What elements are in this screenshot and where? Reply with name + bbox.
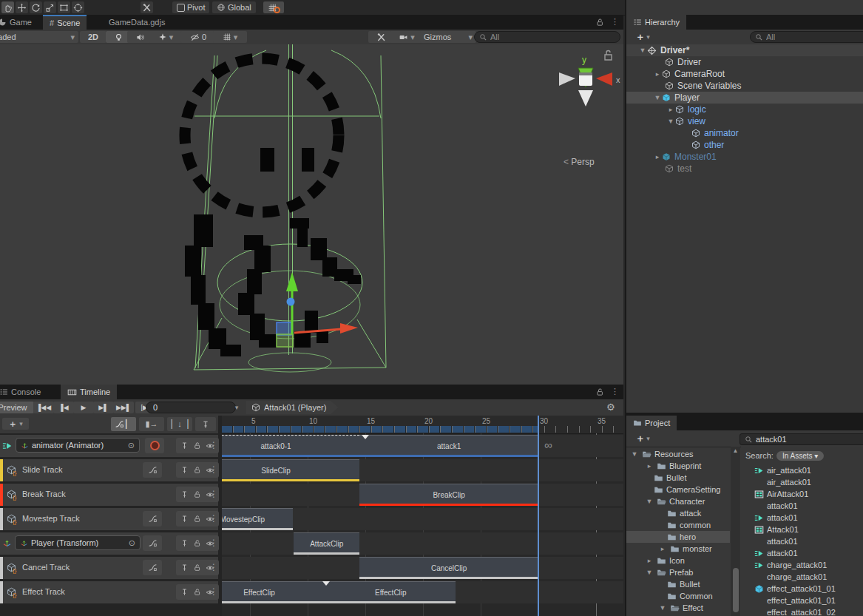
pin-icon[interactable] xyxy=(180,515,189,523)
foldout-arrow[interactable]: ▸ xyxy=(658,545,667,552)
result-row[interactable]: attack01 xyxy=(767,500,798,512)
foldout-arrow[interactable]: ▸ xyxy=(645,557,654,564)
goto-end-button[interactable]: ▶▶▌ xyxy=(113,402,134,413)
lock-icon[interactable] xyxy=(193,466,201,474)
scale-tool-button[interactable] xyxy=(44,1,56,13)
add-track-button[interactable]: ＋▾ xyxy=(2,418,29,430)
pivot-toggle-button[interactable]: Pivot xyxy=(172,1,209,13)
record-button[interactable] xyxy=(145,438,164,453)
lock-icon[interactable] xyxy=(193,539,201,547)
move-tool-button[interactable] xyxy=(16,1,28,13)
hand-tool-button[interactable] xyxy=(1,1,14,13)
foldout-arrow[interactable]: ▼ xyxy=(645,569,654,576)
foldout-arrow[interactable]: ▸ xyxy=(645,462,654,470)
object-picker-icon[interactable]: ⊙ xyxy=(128,441,135,450)
track-menu-icon[interactable]: ⋮ xyxy=(209,586,218,597)
transform-tool-button[interactable] xyxy=(72,1,84,13)
pin-icon[interactable] xyxy=(180,441,189,450)
clip-attack0-1[interactable]: attack0-1 xyxy=(222,435,359,457)
pin-icon[interactable] xyxy=(180,466,189,474)
result-row[interactable]: attack01 xyxy=(754,512,798,524)
scene-viewport[interactable]: y x < Persp xyxy=(0,44,623,385)
scrollbar-thumb[interactable] xyxy=(733,568,739,612)
result-row[interactable]: charge_attack01 xyxy=(754,559,827,571)
foldout-arrow[interactable]: ▸ xyxy=(653,153,662,160)
clip-slideclip[interactable]: SlideClip xyxy=(222,459,359,481)
hierarchy-item-logic[interactable]: ▸ logic xyxy=(626,104,863,115)
folder-common[interactable]: common xyxy=(667,519,711,531)
result-row[interactable]: air_attack01 xyxy=(754,464,811,476)
hierarchy-item-driver-scene[interactable]: ▼ Driver* xyxy=(626,44,863,56)
clip-boundary-marker[interactable] xyxy=(362,435,369,439)
hierarchy-item-other[interactable]: other xyxy=(626,139,863,151)
lock-icon[interactable] xyxy=(193,490,201,498)
tab-hierarchy[interactable]: Hierarchy xyxy=(626,15,686,30)
foldout-arrow[interactable]: ▼ xyxy=(638,47,647,54)
tab-console[interactable]: Console xyxy=(0,385,47,399)
scene-search-field[interactable] xyxy=(474,31,620,43)
2d-toggle-button[interactable]: 2D xyxy=(80,31,106,43)
project-search-input[interactable] xyxy=(756,435,862,444)
custom-tool-button[interactable] xyxy=(141,1,153,13)
replace-mode-button[interactable]: ▏↓▕ xyxy=(167,417,192,431)
previous-frame-button[interactable]: ▐◀ xyxy=(53,402,74,413)
foldout-arrow[interactable]: ▼ xyxy=(630,450,639,458)
clip-movestepclip[interactable]: MovestepClip xyxy=(222,508,293,530)
tab-project[interactable]: Project xyxy=(626,416,677,430)
folder-prefab[interactable]: ▼ Prefab xyxy=(645,566,693,578)
folder-prefab-bullet[interactable]: Bullet xyxy=(667,578,700,590)
gizmos-dropdown[interactable]: Gizmos▾ xyxy=(420,31,476,43)
clip-effectclip-1[interactable]: EffectClip xyxy=(222,581,326,603)
lane-movestep[interactable]: MovestepClip xyxy=(222,508,623,530)
folder-blueprint[interactable]: ▸ Blueprint xyxy=(645,460,701,472)
track-menu-icon[interactable]: ⋮ xyxy=(209,513,218,524)
track-menu-icon[interactable]: ⋮ xyxy=(209,538,218,548)
track-header-effect[interactable]: {} Effect Track ⋮ xyxy=(0,581,218,603)
folder-monster[interactable]: ▸ monster xyxy=(658,543,712,555)
rect-tool-button[interactable] xyxy=(58,1,70,13)
hierarchy-item-test[interactable]: test xyxy=(626,163,863,175)
foldout-arrow[interactable]: ▸ xyxy=(666,106,675,113)
foldout-arrow[interactable]: ▼ xyxy=(658,604,667,612)
result-row[interactable]: attack01 xyxy=(754,547,798,559)
frame-input[interactable] xyxy=(152,402,230,413)
track-header-animator[interactable]: animator (Animator) ⊙ ⋮ xyxy=(0,435,218,457)
folder-attack[interactable]: attack xyxy=(667,507,701,519)
tab-game[interactable]: Game xyxy=(0,15,38,30)
scene-visibility-button[interactable]: 0 xyxy=(180,31,216,43)
result-row[interactable]: attack01 xyxy=(767,535,798,547)
track-menu-icon[interactable]: ⋮ xyxy=(209,440,218,450)
project-search-field[interactable] xyxy=(740,433,863,445)
lock-icon[interactable] xyxy=(193,563,201,572)
object-picker-icon[interactable]: ⊙ xyxy=(129,538,135,548)
foldout-arrow[interactable]: ▼ xyxy=(653,94,662,101)
lane-break[interactable]: BreakClip xyxy=(222,484,623,506)
foldout-arrow[interactable]: ▼ xyxy=(645,498,654,505)
tab-scene[interactable]: # Scene xyxy=(43,15,87,30)
scene-camera-dropdown[interactable]: ▾ xyxy=(390,31,424,43)
result-row[interactable]: charge_attack01 xyxy=(767,571,827,583)
clip-boundary-marker[interactable] xyxy=(322,581,330,586)
hierarchy-item-view[interactable]: ▼ view xyxy=(626,115,863,127)
lock-icon[interactable] xyxy=(193,588,201,596)
timeline-ruler[interactable]: 5 10 15 20 25 30 35 xyxy=(222,416,623,434)
animator-binding-field[interactable]: animator (Animator) ⊙ xyxy=(16,438,140,453)
track-menu-icon[interactable]: ⋮ xyxy=(209,489,218,499)
timeline-play-button[interactable]: ▶ xyxy=(73,402,94,413)
result-row[interactable]: effect_attack01_01 xyxy=(767,595,836,606)
lock-icon[interactable] xyxy=(193,441,201,450)
mix-mode-button[interactable]: ▏ xyxy=(111,417,136,431)
hierarchy-item-driver[interactable]: Driver xyxy=(626,56,863,68)
folder-prefab-common[interactable]: Common xyxy=(667,590,713,602)
clip-effectclip-2[interactable]: EffectClip xyxy=(326,581,456,603)
track-header-movestep[interactable]: {} Movestep Track ⋮ xyxy=(0,508,218,530)
track-menu-icon[interactable]: ⋮ xyxy=(209,562,218,572)
create-asset-button[interactable]: ＋▾ xyxy=(629,433,656,444)
folder-resources[interactable]: ▼ Resources xyxy=(630,448,694,460)
lane-cancel[interactable]: CancelClip xyxy=(222,557,623,579)
next-frame-button[interactable]: ▶▌ xyxy=(93,402,114,413)
shading-mode-dropdown[interactable]: haded▾ xyxy=(0,31,78,43)
lane-slide[interactable]: SlideClip xyxy=(222,459,623,481)
lane-effect[interactable]: EffectClip EffectClip xyxy=(222,581,623,603)
folder-character[interactable]: ▼ Character xyxy=(645,495,705,507)
